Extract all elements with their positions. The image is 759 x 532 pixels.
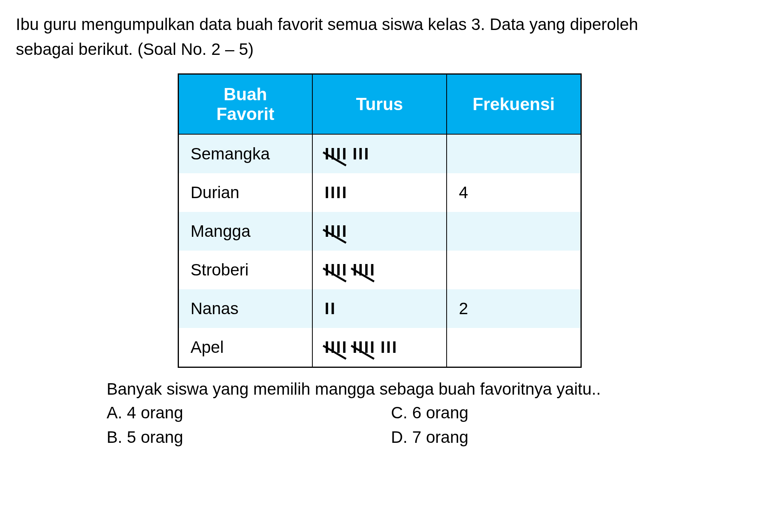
option-d: D. 7 orang	[391, 427, 659, 448]
header-frequency: Frekuensi	[447, 74, 581, 135]
table-header-row: Buah Favorit Turus Frekuensi	[178, 74, 581, 135]
tally-ones-icon: IIII	[325, 183, 348, 202]
header-fruit-line1: Buah	[191, 84, 301, 104]
tally-five-icon	[353, 338, 376, 357]
fruit-cell: Apel	[178, 328, 312, 367]
tally-cell	[312, 251, 447, 289]
question-section: Banyak siswa yang memilih mangga sebaga …	[16, 380, 743, 448]
frequency-cell	[447, 212, 581, 251]
options-grid: A. 4 orang C. 6 orang B. 5 orang D. 7 or…	[107, 403, 659, 448]
tally-five-icon	[353, 260, 376, 279]
frequency-cell: 2	[447, 289, 581, 328]
tally-five-icon	[325, 338, 348, 357]
tally-cell: II	[312, 289, 447, 328]
option-a: A. 4 orang	[107, 403, 375, 423]
tally-five-icon	[325, 144, 348, 163]
tally-cell	[312, 212, 447, 251]
intro-line2: sebagai berikut. (Soal No. 2 – 5)	[16, 40, 254, 58]
fruit-data-table: Buah Favorit Turus Frekuensi SemangkaIII…	[178, 73, 582, 368]
table-row: ApelIII	[178, 328, 581, 367]
table-row: DurianIIII4	[178, 173, 581, 212]
fruit-cell: Nanas	[178, 289, 312, 328]
frequency-cell	[447, 134, 581, 173]
tally-ones-icon: III	[353, 144, 370, 163]
question-text: Banyak siswa yang memilih mangga sebaga …	[107, 380, 743, 399]
tally-ones-icon: II	[325, 299, 336, 318]
table-row: Mangga	[178, 212, 581, 251]
table-row: NanasII2	[178, 289, 581, 328]
fruit-cell: Semangka	[178, 134, 312, 173]
fruit-cell: Durian	[178, 173, 312, 212]
frequency-cell: 4	[447, 173, 581, 212]
tally-five-icon	[325, 260, 348, 279]
table-row: Stroberi	[178, 251, 581, 289]
option-b: B. 5 orang	[107, 427, 375, 448]
header-fruit: Buah Favorit	[178, 74, 312, 135]
tally-five-icon	[325, 222, 348, 241]
header-fruit-line2: Favorit	[191, 104, 301, 124]
tally-cell: IIII	[312, 173, 447, 212]
intro-line1: Ibu guru mengumpulkan data buah favorit …	[16, 15, 638, 34]
table-container: Buah Favorit Turus Frekuensi SemangkaIII…	[16, 73, 743, 368]
table-row: SemangkaIII	[178, 134, 581, 173]
header-tally: Turus	[312, 74, 447, 135]
table-body: SemangkaIIIDurianIIII4ManggaStroberiNana…	[178, 134, 581, 367]
frequency-cell	[447, 251, 581, 289]
intro-text: Ibu guru mengumpulkan data buah favorit …	[16, 12, 743, 62]
fruit-cell: Mangga	[178, 212, 312, 251]
frequency-cell	[447, 328, 581, 367]
tally-cell: III	[312, 134, 447, 173]
tally-cell: III	[312, 328, 447, 367]
tally-ones-icon: III	[380, 338, 398, 356]
option-c: C. 6 orang	[391, 403, 659, 423]
fruit-cell: Stroberi	[178, 251, 312, 289]
